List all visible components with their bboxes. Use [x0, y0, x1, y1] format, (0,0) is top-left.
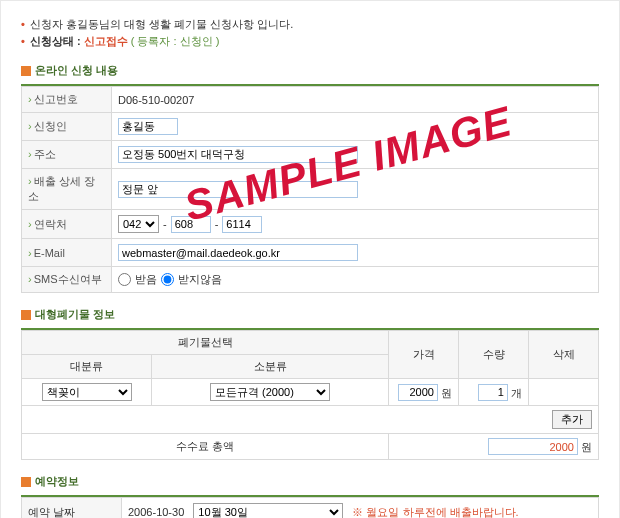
label-phone: ›연락처 — [22, 210, 112, 239]
address-input[interactable] — [118, 146, 358, 163]
value-report-no: D06-510-00207 — [112, 87, 599, 113]
reserve-note: ※ 월요일 하루전에 배출바랍니다. — [352, 506, 518, 518]
sms-yes-label: 받음 — [135, 272, 157, 287]
registrar-value: 신청인 — [180, 35, 213, 47]
status-value: 신고접수 — [84, 35, 128, 47]
qty-input[interactable] — [478, 384, 508, 401]
cat1-select[interactable]: 책꽂이 — [42, 383, 132, 401]
label-sms: ›SMS수신여부 — [22, 267, 112, 293]
section-reservation: 예약정보 — [21, 474, 599, 489]
cat2-select[interactable]: 모든규격 (2000) — [210, 383, 330, 401]
status-label: 신청상태 : — [30, 35, 84, 47]
dash: - — [163, 218, 167, 230]
header-qty: 수량 — [459, 331, 529, 379]
applicant-input[interactable] — [118, 118, 178, 135]
phone-last-input[interactable] — [222, 216, 262, 233]
reserve-date-text: 2006-10-30 — [128, 506, 184, 518]
label-applicant: ›신청인 — [22, 113, 112, 141]
section-title: 예약정보 — [35, 474, 79, 489]
header-cat2: 소분류 — [152, 355, 389, 379]
reserve-table: 예약 날짜 2006-10-30 10월 30일 ※ 월요일 하루전에 배출바랍… — [21, 497, 599, 518]
header-price: 가격 — [389, 331, 459, 379]
section-title: 대형폐기물 정보 — [35, 307, 115, 322]
notice-status: • 신청상태 : 신고접수 ( 등록자 : 신청인 ) — [21, 34, 599, 49]
phone-mid-input[interactable] — [171, 216, 211, 233]
waste-table: 폐기물선택 가격 수량 삭제 대분류 소분류 책꽂이 모든규격 (2000) 원… — [21, 330, 599, 460]
email-input[interactable] — [118, 244, 358, 261]
price-input[interactable] — [398, 384, 438, 401]
label-address: ›주소 — [22, 141, 112, 169]
qty-unit: 개 — [511, 386, 522, 398]
notice-line1: 신청자 홍길동님의 대형 생활 폐기물 신청사항 입니다. — [30, 18, 293, 30]
notice-applicant: • 신청자 홍길동님의 대형 생활 폐기물 신청사항 입니다. — [21, 17, 599, 32]
label-spot: ›배출 상세 장소 — [22, 169, 112, 210]
header-delete: 삭제 — [529, 331, 599, 379]
phone-area-select[interactable]: 042 — [118, 215, 159, 233]
section-waste-info: 대형폐기물 정보 — [21, 307, 599, 322]
info-table: ›신고번호 D06-510-00207 ›신청인 ›주소 ›배출 상세 장소 ›… — [21, 86, 599, 293]
label-report-no: ›신고번호 — [22, 87, 112, 113]
registrar-open: ( 등록자 : — [131, 35, 180, 47]
bullet-icon: • — [21, 18, 25, 30]
section-title: 온라인 신청 내용 — [35, 63, 118, 78]
bullet-icon: • — [21, 35, 25, 47]
spot-input[interactable] — [118, 181, 358, 198]
price-unit: 원 — [441, 386, 452, 398]
dash: - — [215, 218, 219, 230]
label-email: ›E-Mail — [22, 239, 112, 267]
waste-row: 책꽂이 모든규격 (2000) 원 개 — [22, 379, 599, 406]
label-reserve-date: 예약 날짜 — [22, 498, 122, 519]
sms-yes-radio[interactable] — [118, 273, 131, 286]
reserve-date-select[interactable]: 10월 30일 — [193, 503, 343, 518]
registrar-close: ) — [216, 35, 220, 47]
total-input[interactable] — [488, 438, 578, 455]
header-cat1: 대분류 — [22, 355, 152, 379]
sms-no-radio[interactable] — [161, 273, 174, 286]
section-icon — [21, 477, 31, 487]
section-icon — [21, 66, 31, 76]
sms-no-label: 받지않음 — [178, 272, 222, 287]
add-button[interactable]: 추가 — [552, 410, 592, 429]
section-online-request: 온라인 신청 내용 — [21, 63, 599, 78]
header-waste-select: 폐기물선택 — [22, 331, 389, 355]
section-icon — [21, 310, 31, 320]
total-label: 수수료 총액 — [22, 434, 389, 460]
total-unit: 원 — [581, 441, 592, 453]
